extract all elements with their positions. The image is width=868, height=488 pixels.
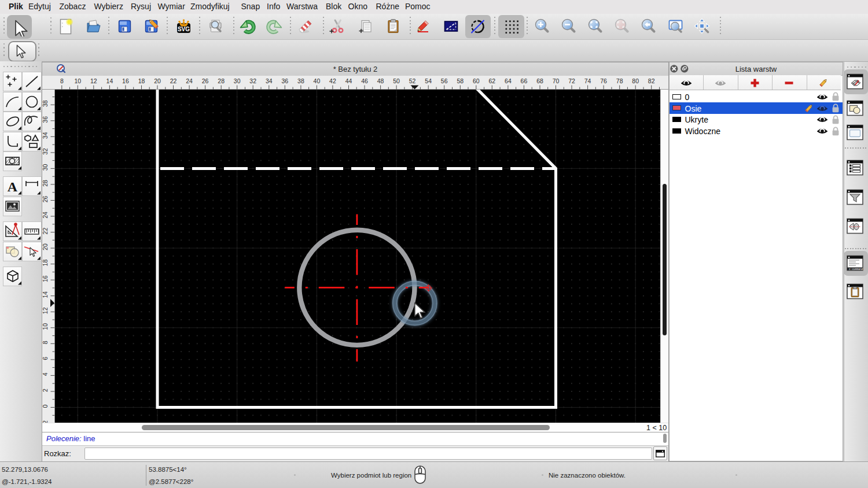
svg-text:36: 36: [42, 116, 49, 123]
svg-text:66: 66: [521, 77, 528, 84]
svg-text:10: 10: [74, 77, 81, 84]
svg-text:74: 74: [584, 77, 591, 84]
svg-text:30: 30: [42, 164, 49, 171]
svg-text:8: 8: [60, 77, 64, 84]
svg-text:26: 26: [42, 196, 49, 203]
svg-text:58: 58: [457, 77, 464, 84]
svg-text:A: A: [7, 179, 17, 194]
svg-text:38: 38: [297, 77, 304, 84]
svg-text:c:command: c:command: [849, 268, 863, 271]
svg-text:64: 64: [505, 77, 512, 84]
svg-text:54: 54: [425, 77, 432, 84]
svg-text:8: 8: [42, 341, 49, 344]
svg-text:16: 16: [122, 77, 129, 84]
svg-text:18: 18: [42, 260, 49, 267]
svg-text:56: 56: [441, 77, 448, 84]
svg-text:28: 28: [218, 77, 225, 84]
svg-text:12: 12: [42, 307, 49, 314]
svg-text:62: 62: [488, 77, 495, 84]
svg-text:2: 2: [42, 389, 49, 392]
svg-text:36: 36: [281, 77, 288, 84]
svg-text:24: 24: [186, 77, 193, 84]
svg-text:20: 20: [154, 77, 161, 84]
svg-text:78: 78: [616, 77, 623, 84]
svg-text:12: 12: [90, 77, 97, 84]
svg-text:6: 6: [42, 357, 49, 360]
svg-text:14: 14: [106, 77, 113, 84]
svg-text:76: 76: [600, 77, 607, 84]
svg-text:48: 48: [377, 77, 384, 84]
svg-text:70: 70: [553, 77, 560, 84]
svg-text:0: 0: [42, 404, 49, 408]
svg-text:38: 38: [42, 100, 49, 107]
svg-text:72: 72: [568, 77, 575, 84]
svg-text:44: 44: [345, 77, 352, 84]
svg-text:68: 68: [536, 77, 543, 84]
svg-text:4: 4: [42, 372, 49, 376]
svg-text:60: 60: [473, 77, 480, 84]
svg-text:22: 22: [42, 228, 49, 235]
svg-text:80: 80: [632, 77, 639, 84]
svg-text:16: 16: [42, 275, 49, 282]
svg-text:40: 40: [314, 77, 321, 84]
svg-text:30: 30: [234, 77, 241, 84]
svg-text:52: 52: [409, 77, 416, 84]
svg-text:18: 18: [138, 77, 145, 84]
svg-text:32: 32: [42, 148, 49, 155]
svg-text:32: 32: [249, 77, 256, 84]
svg-text:34: 34: [266, 77, 273, 84]
svg-text:10: 10: [42, 323, 49, 330]
svg-text:82: 82: [648, 77, 655, 84]
svg-text:20: 20: [42, 243, 49, 250]
svg-text:26: 26: [202, 77, 209, 84]
svg-text:22: 22: [170, 77, 177, 84]
svg-text:28: 28: [42, 180, 49, 187]
svg-text:46: 46: [361, 77, 368, 84]
svg-text:34: 34: [42, 132, 49, 139]
svg-text:42: 42: [329, 77, 336, 84]
svg-text:50: 50: [393, 77, 400, 84]
svg-text:24: 24: [42, 212, 49, 219]
svg-text:SVG: SVG: [178, 26, 190, 32]
svg-text:14: 14: [42, 291, 49, 298]
